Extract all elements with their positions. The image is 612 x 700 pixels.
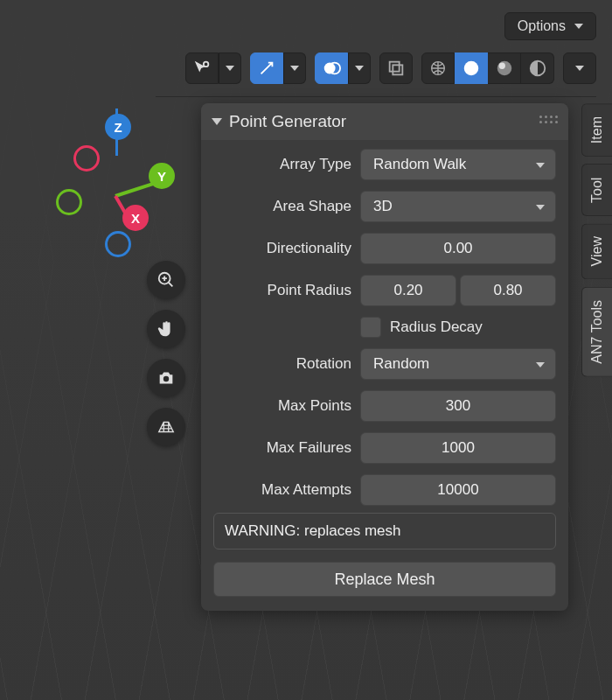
viewport-controls xyxy=(147,261,185,446)
area-shape-select[interactable]: 3D xyxy=(360,191,556,222)
svg-point-11 xyxy=(163,376,169,382)
options-dropdown[interactable]: Options xyxy=(504,12,596,40)
chevron-down-icon xyxy=(575,66,584,71)
axis-gizmo[interactable]: Z Y X xyxy=(61,114,184,254)
tab-view[interactable]: View xyxy=(581,223,612,279)
svg-point-6 xyxy=(463,61,478,76)
rendered-sphere-icon xyxy=(528,59,547,78)
tab-tool[interactable]: Tool xyxy=(581,164,612,216)
overlays-icon xyxy=(322,59,341,78)
gizmo-icon xyxy=(257,59,276,78)
area-shape-label: Area Shape xyxy=(213,198,351,215)
point-radius-label: Point Radius xyxy=(213,282,351,299)
shading-wireframe[interactable] xyxy=(421,52,455,84)
selectability-dropdown[interactable] xyxy=(219,52,241,84)
z-axis-ball[interactable]: Z xyxy=(105,114,131,140)
chevron-down-icon xyxy=(290,66,299,71)
zoom-button[interactable] xyxy=(147,261,185,299)
chevron-down-icon xyxy=(226,66,234,71)
svg-rect-3 xyxy=(390,62,400,72)
x-axis-ball[interactable]: X xyxy=(122,205,149,231)
directionality-field[interactable]: 0.00 xyxy=(360,233,556,264)
magnifier-plus-icon xyxy=(156,270,176,290)
point-radius-min[interactable]: 0.20 xyxy=(360,275,456,306)
xray-toggle[interactable] xyxy=(379,52,413,84)
n-panel-tabs: Item Tool View AN7 Tools xyxy=(581,103,612,376)
pan-button[interactable] xyxy=(147,310,185,348)
shading-material[interactable] xyxy=(488,52,521,84)
point-generator-panel: Point Generator Array Type Random Walk A… xyxy=(201,103,568,611)
y-axis-ball[interactable]: Y xyxy=(149,163,175,189)
shading-solid[interactable] xyxy=(455,52,488,84)
neg-y-ball[interactable] xyxy=(56,189,82,215)
camera-view-button[interactable] xyxy=(147,359,185,397)
max-attempts-field[interactable]: 10000 xyxy=(360,474,556,506)
svg-rect-4 xyxy=(393,65,402,74)
array-type-select[interactable]: Random Walk xyxy=(360,149,556,180)
gizmo-dropdown[interactable] xyxy=(283,52,306,84)
gizmo-toggle[interactable] xyxy=(250,52,283,84)
header-toolbar xyxy=(156,52,596,97)
replace-mesh-button[interactable]: Replace Mesh xyxy=(213,562,556,597)
overlays-toggle[interactable] xyxy=(315,52,348,84)
max-failures-label: Max Failures xyxy=(213,439,351,457)
hand-icon xyxy=(156,319,176,339)
rotation-label: Rotation xyxy=(213,355,351,373)
panel-header[interactable]: Point Generator xyxy=(201,103,568,140)
material-sphere-icon xyxy=(495,59,514,78)
wireframe-icon xyxy=(428,59,448,78)
point-radius-max[interactable]: 0.80 xyxy=(460,275,556,306)
xray-icon xyxy=(386,59,406,78)
max-points-field[interactable]: 300 xyxy=(360,390,556,422)
radius-decay-label: Radius Decay xyxy=(390,318,483,336)
directionality-label: Directionality xyxy=(213,240,351,257)
shading-rendered[interactable] xyxy=(521,52,554,84)
drag-grip-icon[interactable] xyxy=(539,116,558,123)
options-label: Options xyxy=(518,18,566,34)
disclosure-triangle-icon[interactable] xyxy=(212,118,222,125)
perspective-toggle[interactable] xyxy=(147,408,185,446)
neg-z-ball[interactable] xyxy=(105,231,131,257)
max-failures-field[interactable]: 1000 xyxy=(360,432,556,464)
overlays-dropdown[interactable] xyxy=(348,52,371,84)
grid-perspective-icon xyxy=(156,417,176,437)
warning-box: WARNING: replaces mesh xyxy=(213,513,556,550)
svg-point-0 xyxy=(204,62,209,67)
chevron-down-icon xyxy=(574,24,583,29)
solid-sphere-icon xyxy=(462,59,481,78)
array-type-label: Array Type xyxy=(213,156,351,173)
cursor-eye-icon xyxy=(192,59,212,78)
tab-item[interactable]: Item xyxy=(581,103,612,157)
tab-an7-tools[interactable]: AN7 Tools xyxy=(581,287,612,377)
neg-x-ball[interactable] xyxy=(73,145,100,172)
chevron-down-icon xyxy=(355,66,364,71)
shading-dropdown[interactable] xyxy=(563,52,596,84)
panel-title: Point Generator xyxy=(229,112,346,131)
rotation-select[interactable]: Random xyxy=(360,348,556,380)
max-points-label: Max Points xyxy=(213,397,351,415)
svg-point-7 xyxy=(497,61,511,76)
camera-icon xyxy=(156,368,176,388)
svg-point-8 xyxy=(498,63,504,69)
max-attempts-label: Max Attempts xyxy=(213,481,351,499)
selectability-button[interactable] xyxy=(185,52,219,84)
radius-decay-checkbox[interactable] xyxy=(360,317,381,338)
